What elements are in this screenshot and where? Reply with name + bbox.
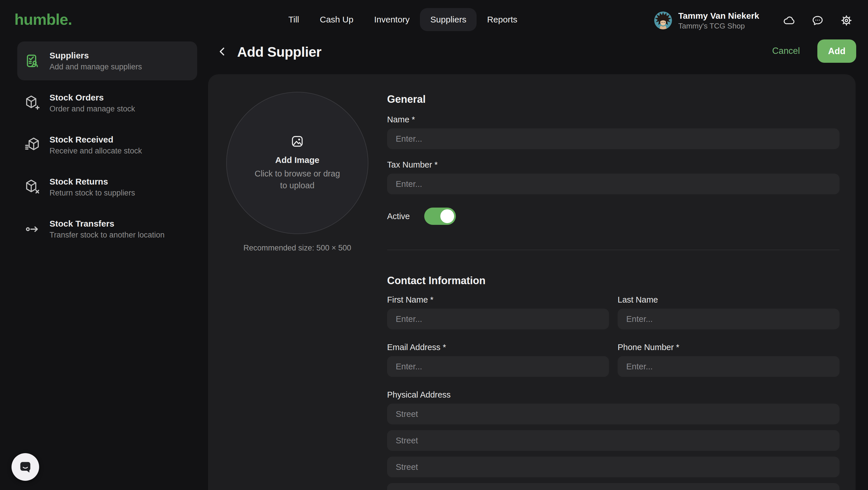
user-name: Tammy Van Niekerk [678,11,759,21]
nav-item-reports[interactable]: Reports [476,8,528,31]
box-x-icon [25,179,40,195]
upload-size-hint: Recommended size: 500 × 500 [225,244,369,252]
image-upload-dropzone[interactable]: Add Image Click to browse or drag to upl… [226,92,368,234]
last-name-label: Last Name [618,295,839,305]
name-label: Name * [387,114,839,125]
top-nav: Till Cash Up Inventory Suppliers Reports [278,8,528,31]
street-input-1[interactable] [387,404,839,424]
user-organization: Tammy's TCG Shop [678,22,759,30]
cancel-button[interactable]: Cancel [772,46,800,56]
nav-item-inventory[interactable]: Inventory [364,8,420,31]
sidebar-item-stock-transfers[interactable]: Stock Transfers Transfer stock to anothe… [17,210,197,248]
first-name-input[interactable] [387,309,609,329]
sidebar-item-subtitle: Transfer stock to another location [50,230,165,240]
sidebar-item-stock-returns[interactable]: Stock Returns Return stock to suppliers [17,167,197,207]
email-field: Email Address * [387,329,609,377]
box-plus-icon [25,95,40,111]
chevron-left-icon [217,46,228,57]
last-name-field: Last Name [618,287,839,329]
last-name-input[interactable] [618,309,839,329]
section-divider [387,250,839,250]
cloud-icon [782,14,795,27]
nav-item-till[interactable]: Till [278,8,309,31]
chat-bubble-icon [811,14,824,27]
upload-title: Add Image [275,155,319,165]
sidebar-item-title: Stock Orders [50,92,135,103]
phone-input[interactable] [618,356,839,377]
phone-field: Phone Number * [618,329,839,377]
box-receive-icon [25,137,40,153]
active-label: Active [387,212,410,221]
sidebar-item-subtitle: Order and manage stock [50,104,135,114]
upload-subtitle: Click to browse or drag to upload [251,168,343,191]
name-fields-row: First Name * Last Name [387,287,839,329]
settings-gear-icon [840,14,853,27]
sidebar-item-title: Suppliers [50,50,142,61]
first-name-label: First Name * [387,295,609,305]
city-input[interactable] [387,483,839,490]
sidebar-item-subtitle: Add and manage suppliers [50,62,142,72]
user-menu[interactable]: Tammy Van Niekerk Tammy's TCG Shop [678,11,759,30]
email-phone-row: Email Address * Phone Number * [387,329,839,377]
general-heading: General [387,93,839,106]
email-input[interactable] [387,356,609,377]
street-input-3[interactable] [387,457,839,477]
support-chat-launcher[interactable] [11,453,39,481]
page: humble. Till Cash Up Inventory Suppliers… [0,0,868,490]
contact-heading: Contact Information [387,274,839,287]
first-name-field: First Name * [387,287,609,329]
settings-button[interactable] [840,14,853,27]
active-row: Active [387,208,839,225]
nav-item-cash-up[interactable]: Cash Up [309,8,364,31]
supplier-form: General Name * Tax Number * Active Conta… [387,74,839,490]
sidebar-item-title: Stock Transfers [50,218,165,229]
chat-smile-icon [18,459,33,474]
sidebar-item-title: Stock Returns [50,176,135,187]
physical-address-label: Physical Address [387,390,839,400]
user-cluster: Tammy Van Niekerk Tammy's TCG Shop [654,11,853,30]
avatar[interactable] [654,11,672,29]
sidebar-item-suppliers[interactable]: Suppliers Add and manage suppliers [17,41,197,80]
add-button[interactable]: Add [817,39,856,63]
tax-number-label: Tax Number * [387,159,839,170]
avatar-image [654,11,672,29]
street-input-2[interactable] [387,430,839,451]
toggle-knob [440,209,454,223]
messages-button[interactable] [811,14,824,27]
sidebar-item-title: Stock Received [50,134,142,145]
sidebar-item-subtitle: Return stock to suppliers [50,188,135,198]
supplier-card-icon [25,53,40,69]
sidebar-item-stock-received[interactable]: Stock Received Receive and allocate stoc… [17,125,197,164]
image-icon [290,134,304,148]
tax-number-input[interactable] [387,174,839,194]
sidebar: Suppliers Add and manage suppliers Stock… [17,41,197,252]
sidebar-item-subtitle: Receive and allocate stock [50,146,142,156]
sync-button[interactable] [782,14,796,27]
page-title: Add Supplier [237,44,321,60]
back-button[interactable] [215,44,230,59]
brand-logo[interactable]: humble. [14,10,72,28]
email-label: Email Address * [387,342,609,353]
nav-item-suppliers[interactable]: Suppliers [420,8,476,31]
active-toggle[interactable] [424,208,456,225]
sidebar-item-stock-orders[interactable]: Stock Orders Order and manage stock [17,84,197,122]
phone-label: Phone Number * [618,342,839,353]
transfer-arrow-icon [25,221,40,237]
name-input[interactable] [387,128,839,149]
add-supplier-panel: Add Image Click to browse or drag to upl… [208,74,856,490]
